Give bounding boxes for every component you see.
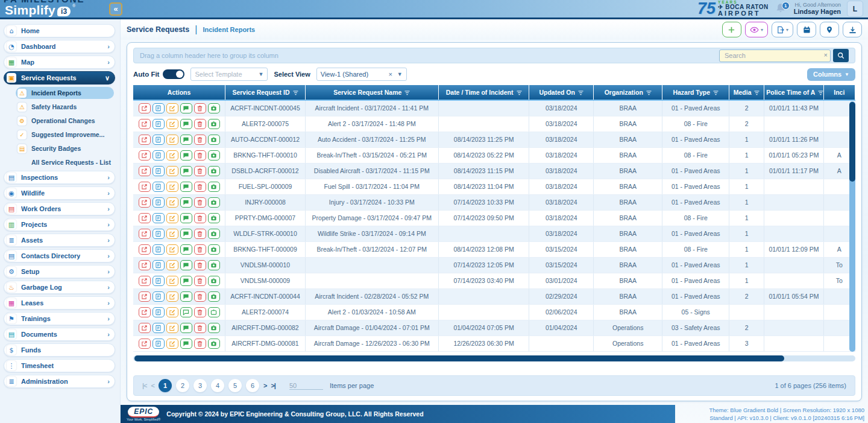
camera-button[interactable] bbox=[208, 166, 220, 176]
column-header[interactable]: Service Request Name bbox=[305, 85, 438, 100]
export-button[interactable]: ▾ bbox=[772, 22, 793, 37]
report-button[interactable] bbox=[153, 307, 165, 317]
camera-button[interactable] bbox=[208, 150, 220, 161]
cell-service-request-id[interactable]: AUTO-ACCDNT-000012 bbox=[225, 132, 306, 147]
sidebar-item[interactable]: ⚙ Setup › bbox=[4, 265, 115, 278]
sidebar-item[interactable]: ▤ Contacts Directory › bbox=[4, 249, 115, 262]
comment-button[interactable] bbox=[180, 260, 192, 270]
page-number-button[interactable]: 5 bbox=[228, 379, 242, 392]
breadcrumb-section[interactable]: Service Requests bbox=[127, 25, 189, 34]
sidebar-item[interactable]: ♨ Garbage Log › bbox=[4, 281, 115, 294]
edit-button[interactable] bbox=[166, 339, 178, 349]
cell-service-request-id[interactable]: AIRCRFT-DMG-000082 bbox=[225, 320, 306, 336]
cell-service-request-id[interactable]: ACRFT-INCDNT-000044 bbox=[225, 288, 306, 304]
edit-button[interactable] bbox=[166, 197, 178, 208]
sidebar-subitem[interactable]: ⚠ Safety Hazards bbox=[16, 101, 114, 113]
delete-button[interactable] bbox=[194, 213, 206, 223]
comment-button[interactable] bbox=[180, 276, 192, 286]
delete-button[interactable] bbox=[194, 244, 206, 255]
edit-button[interactable] bbox=[166, 150, 178, 161]
autofit-toggle[interactable] bbox=[163, 69, 184, 79]
delete-button[interactable] bbox=[194, 135, 206, 145]
last-page-button[interactable]: >| bbox=[271, 382, 275, 389]
camera-button[interactable] bbox=[208, 276, 220, 286]
delete-button[interactable] bbox=[194, 339, 206, 349]
page-number-button[interactable]: 6 bbox=[246, 379, 259, 392]
search-button[interactable] bbox=[833, 49, 849, 62]
sidebar-item[interactable]: ⚑ Trainings › bbox=[4, 312, 115, 325]
select-view-dropdown[interactable]: View-1 (Shared) × ▼ bbox=[316, 68, 407, 81]
view-clear-icon[interactable]: × bbox=[388, 71, 392, 78]
report-button[interactable] bbox=[153, 260, 165, 270]
columns-button[interactable]: Columns ▼ bbox=[807, 68, 855, 81]
sidebar-subitem[interactable]: ⚠ Incident Reports bbox=[16, 87, 114, 99]
comment-button[interactable] bbox=[180, 229, 192, 239]
report-button[interactable] bbox=[153, 323, 165, 333]
filter-icon[interactable] bbox=[646, 91, 652, 95]
edit-button[interactable] bbox=[166, 244, 178, 255]
open-external-button[interactable] bbox=[139, 276, 151, 286]
camera-button[interactable] bbox=[208, 213, 220, 223]
delete-button[interactable] bbox=[194, 166, 206, 176]
sidebar-item[interactable]: ▤ Work Orders › bbox=[4, 202, 115, 215]
sidebar-item[interactable]: ▤ Inspections › bbox=[4, 171, 115, 184]
filter-icon[interactable] bbox=[404, 91, 410, 95]
page-number-button[interactable]: 3 bbox=[193, 379, 207, 392]
delete-button[interactable] bbox=[194, 197, 206, 208]
cell-service-request-id[interactable]: INJRY-000008 bbox=[225, 194, 306, 210]
camera-button[interactable] bbox=[208, 307, 220, 317]
sidebar-item[interactable]: ▦ Map › bbox=[4, 56, 115, 69]
open-external-button[interactable] bbox=[139, 103, 151, 113]
column-header[interactable]: Service Request ID bbox=[225, 85, 306, 100]
delete-button[interactable] bbox=[194, 119, 206, 129]
open-external-button[interactable] bbox=[139, 339, 151, 349]
edit-button[interactable] bbox=[166, 291, 178, 302]
sidebar-item[interactable]: $ Funds bbox=[4, 343, 115, 357]
report-button[interactable] bbox=[153, 229, 165, 239]
delete-button[interactable] bbox=[194, 307, 206, 317]
column-header[interactable]: Organization bbox=[593, 85, 662, 100]
report-button[interactable] bbox=[153, 244, 165, 255]
camera-button[interactable] bbox=[208, 323, 220, 333]
open-external-button[interactable] bbox=[139, 119, 151, 129]
column-header[interactable]: Police Time of A bbox=[764, 85, 823, 100]
delete-button[interactable] bbox=[194, 323, 206, 333]
comment-button[interactable] bbox=[180, 119, 192, 129]
page-number-button[interactable]: 4 bbox=[211, 379, 224, 392]
select-template-dropdown[interactable]: Select Template ▼ bbox=[190, 68, 268, 81]
edit-button[interactable] bbox=[166, 323, 178, 333]
cell-service-request-id[interactable]: ACRFT-INCDNT-000045 bbox=[225, 100, 306, 116]
avatar[interactable]: L bbox=[847, 1, 863, 17]
edit-button[interactable] bbox=[166, 182, 178, 192]
sidebar-collapse-button[interactable]: « bbox=[109, 2, 122, 16]
report-button[interactable] bbox=[153, 150, 165, 161]
delete-button[interactable] bbox=[194, 291, 206, 302]
open-external-button[interactable] bbox=[139, 291, 151, 302]
edit-button[interactable] bbox=[166, 166, 178, 176]
search-input[interactable] bbox=[719, 49, 831, 62]
sidebar-subitem[interactable]: ⚙ Operational Changes bbox=[16, 115, 114, 127]
comment-button[interactable] bbox=[180, 291, 192, 302]
report-button[interactable] bbox=[153, 103, 165, 113]
cell-service-request-id[interactable]: VNDLSM-000010 bbox=[225, 257, 306, 273]
camera-button[interactable] bbox=[208, 119, 220, 129]
filter-icon[interactable] bbox=[293, 91, 298, 95]
report-button[interactable] bbox=[153, 276, 165, 286]
report-button[interactable] bbox=[153, 166, 165, 176]
sidebar-item[interactable]: ◉ Wildlife › bbox=[4, 186, 115, 200]
edit-button[interactable] bbox=[166, 119, 178, 129]
comment-button[interactable] bbox=[180, 150, 192, 161]
camera-button[interactable] bbox=[208, 339, 220, 349]
open-external-button[interactable] bbox=[139, 323, 151, 333]
open-external-button[interactable] bbox=[139, 260, 151, 270]
add-button[interactable] bbox=[722, 22, 741, 37]
cell-service-request-id[interactable]: BRKNG-THFT-000010 bbox=[225, 147, 306, 163]
comment-button[interactable] bbox=[180, 213, 192, 223]
sidebar-item[interactable]: ▣ Service Requests ∨ bbox=[4, 71, 115, 84]
edit-button[interactable] bbox=[166, 103, 178, 113]
sidebar-item[interactable]: ▦ Leases › bbox=[4, 296, 115, 310]
open-external-button[interactable] bbox=[139, 229, 151, 239]
edit-button[interactable] bbox=[166, 135, 178, 145]
camera-button[interactable] bbox=[208, 244, 220, 255]
delete-button[interactable] bbox=[194, 260, 206, 270]
